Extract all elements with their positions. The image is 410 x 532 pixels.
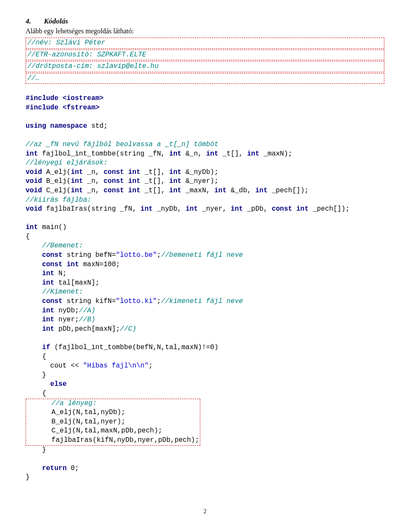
code-text: _t[],	[141, 177, 169, 185]
code-text: void	[26, 168, 42, 176]
code-text: main()	[38, 223, 67, 231]
code-comment: //a lényeg:	[27, 400, 97, 407]
header-comment-block: //név: Szlávi Péter //ETR-azonosító: SZP…	[26, 38, 384, 84]
code-text: {	[26, 233, 30, 241]
code-text: ;	[157, 297, 161, 305]
code-text: const int	[26, 261, 79, 268]
code-text: #include <iostream>	[26, 94, 103, 102]
comment-line: //drótposta-cím: szlavip@elte.hu	[27, 62, 158, 70]
code-text: const	[26, 251, 62, 259]
code-text: string kifN=	[62, 297, 116, 305]
code-comment: //kimeneti fájl neve	[161, 297, 243, 305]
page-number: 2	[26, 508, 384, 515]
code-text: using namespace	[26, 122, 87, 130]
code-text: else	[26, 380, 67, 388]
code-comment: //C)	[120, 325, 136, 333]
code-text: &_db,	[227, 187, 255, 194]
code-text: const int	[272, 205, 308, 213]
code-comment: //bemeneti fájl neve	[161, 251, 243, 259]
code-text: _t[],	[141, 168, 169, 176]
code-text: int	[255, 187, 268, 194]
code-text: _pech[]);	[268, 187, 309, 194]
code-text: _nyDb,	[153, 205, 186, 213]
comment-line: //…	[27, 74, 40, 82]
code-text: _maxN);	[259, 150, 292, 158]
code-text: int	[169, 187, 182, 194]
code-comment: //B)	[79, 316, 95, 323]
code-text: &_nyer);	[182, 177, 218, 185]
code-text: #include <fstream>	[26, 104, 100, 112]
section-heading: 4. Kódolás	[26, 17, 384, 26]
code-text: {	[26, 390, 46, 397]
code-text: int	[247, 150, 260, 158]
code-text: _pDb,	[243, 205, 272, 213]
code-text: (fajlbol_int_tombbe(befN,N,tal,maxN)!=0)	[50, 344, 219, 351]
code-text: const	[26, 297, 62, 305]
heading-title: Kódolás	[44, 17, 68, 26]
code-text: int	[26, 279, 54, 287]
code-comment: //kiírás fájlba:	[26, 196, 91, 204]
code-text: ;	[149, 362, 153, 370]
code-text: cout <<	[26, 362, 83, 370]
code-text: 0;	[67, 464, 79, 472]
code-text: maxN=100;	[79, 261, 120, 268]
code-comment: //Kimenet:	[26, 288, 83, 296]
code-text: A_elj(N,tal,nyDb);	[27, 409, 125, 416]
code-text: }	[26, 473, 30, 481]
code-text: pDb,pech[maxN];	[54, 325, 120, 333]
code-text: A_elj(	[42, 168, 70, 176]
intro-text: Alább egy lehetséges megoldás látható:	[26, 27, 384, 35]
code-text: C_elj(	[42, 187, 70, 194]
code-text: B_elj(N,tal,nyer);	[27, 418, 125, 426]
code-text: _maxN,	[182, 187, 214, 194]
code-text: void	[26, 177, 42, 185]
code-text: int	[169, 168, 182, 176]
code-text: int	[71, 187, 83, 194]
code-body: #include <iostream> #include <fstream> u…	[26, 85, 384, 482]
code-text: }	[26, 371, 46, 379]
code-text: string befN=	[62, 251, 116, 259]
code-text: int	[26, 325, 54, 333]
code-string: "Hibas fajl\n\n"	[83, 362, 149, 370]
code-text: int	[141, 205, 153, 213]
code-text: const int	[103, 177, 140, 185]
code-text: const int	[103, 187, 140, 194]
code-text: nyDb;	[54, 307, 79, 314]
code-text: void	[26, 205, 42, 213]
code-text: fajlbol_int_tombbe(string _fN,	[38, 150, 169, 158]
code-text: int	[169, 177, 182, 185]
heading-number: 4.	[26, 17, 31, 26]
code-text: _n,	[83, 187, 103, 194]
code-text: &_n,	[182, 150, 206, 158]
code-text: }	[26, 446, 46, 454]
code-text: _pech[]);	[309, 205, 350, 213]
code-text: int	[214, 187, 227, 194]
code-text: int	[26, 150, 38, 158]
code-text: N;	[54, 270, 67, 277]
code-text: int	[231, 205, 243, 213]
code-text: const int	[103, 168, 140, 176]
code-text: _t[],	[141, 187, 169, 194]
code-text: C_elj(N,tal,maxN,pDb,pech);	[27, 427, 162, 435]
code-text: {	[26, 353, 46, 361]
code-text: _n,	[83, 168, 103, 176]
code-text: int	[71, 177, 83, 185]
code-text: ;	[157, 251, 161, 259]
code-string: "lotto.ki"	[116, 297, 157, 305]
code-text: void	[26, 187, 42, 194]
code-text: fajlbaIras(string _fN,	[42, 205, 140, 213]
code-text: int	[71, 168, 83, 176]
code-text: int	[26, 223, 38, 231]
code-text: int	[26, 307, 54, 314]
code-comment: //Bemenet:	[26, 242, 83, 250]
essence-block: //a lényeg: A_elj(N,tal,nyDb); B_elj(N,t…	[26, 399, 200, 446]
code-comment: //lényegi eljárások:	[26, 159, 108, 167]
comment-line: //ETR-azonosító: SZPKAFT.ELTE	[27, 51, 146, 59]
code-text: fajlbaIras(kifN,nyDb,nyer,pDb,pech);	[27, 436, 199, 444]
code-text: int	[26, 270, 54, 277]
code-text: int	[185, 205, 198, 213]
code-text: nyer;	[54, 316, 79, 323]
code-comment: //A)	[79, 307, 95, 314]
code-text: &_nyDb);	[182, 168, 218, 176]
code-text: return	[26, 464, 67, 472]
